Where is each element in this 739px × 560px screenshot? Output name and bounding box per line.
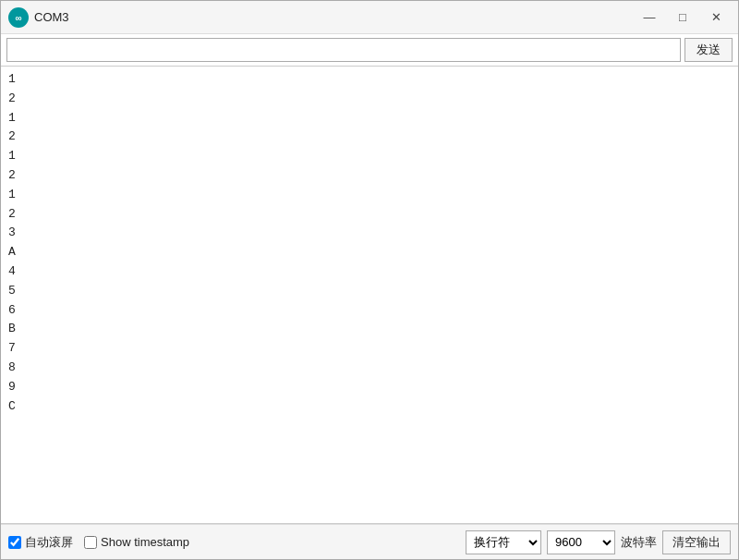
output-line: 1 <box>8 70 731 90</box>
minimize-button[interactable]: — <box>635 7 664 28</box>
baud-label: 波特率 <box>621 534 657 551</box>
clear-button[interactable]: 清空输出 <box>662 530 731 554</box>
timestamp-checkbox[interactable] <box>84 536 97 549</box>
output-line: 5 <box>8 282 731 301</box>
app-logo: ∞ <box>8 7 29 28</box>
output-line: 1 <box>8 147 731 166</box>
output-line: 2 <box>8 90 731 109</box>
output-line: 6 <box>8 301 731 321</box>
send-button[interactable]: 发送 <box>684 38 733 62</box>
autoscroll-checkbox[interactable] <box>8 536 21 549</box>
baud-rate-select[interactable]: 3001200240048009600192003840057600115200… <box>547 530 615 554</box>
output-line: 8 <box>8 359 731 378</box>
output-line: 2 <box>8 128 731 147</box>
output-line: 1 <box>8 109 731 128</box>
autoscroll-text: 自动滚屏 <box>25 534 73 551</box>
close-button[interactable]: ✕ <box>701 7 731 28</box>
output-line: 3 <box>8 224 731 243</box>
serial-monitor-window: ∞ COM3 — □ ✕ 发送 121212123A456B789C 自动滚屏 … <box>0 0 739 560</box>
serial-input[interactable] <box>6 38 681 62</box>
statusbar-right: 换行符无行尾换行回车NL & CR 3001200240048009600192… <box>466 530 731 554</box>
output-line: 9 <box>8 378 731 397</box>
output-line: 4 <box>8 262 731 282</box>
linefeed-select[interactable]: 换行符无行尾换行回车NL & CR <box>466 530 541 554</box>
window-title: COM3 <box>34 10 635 24</box>
svg-text:∞: ∞ <box>15 13 21 23</box>
statusbar-left: 自动滚屏 Show timestamp <box>8 534 453 551</box>
timestamp-text: Show timestamp <box>101 535 189 549</box>
output-line: C <box>8 397 731 417</box>
statusbar: 自动滚屏 Show timestamp 换行符无行尾换行回车NL & CR 30… <box>1 524 738 559</box>
maximize-button[interactable]: □ <box>668 7 697 28</box>
output-line: 7 <box>8 339 731 359</box>
output-line: 2 <box>8 205 731 225</box>
output-area: 121212123A456B789C <box>1 67 738 524</box>
output-line: 1 <box>8 186 731 205</box>
output-line: A <box>8 243 731 262</box>
timestamp-label[interactable]: Show timestamp <box>84 535 189 549</box>
window-controls: — □ ✕ <box>635 7 731 28</box>
autoscroll-label[interactable]: 自动滚屏 <box>8 534 73 551</box>
output-line: B <box>8 320 731 339</box>
output-line: 2 <box>8 166 731 186</box>
input-bar: 发送 <box>1 34 738 67</box>
titlebar: ∞ COM3 — □ ✕ <box>1 1 738 34</box>
